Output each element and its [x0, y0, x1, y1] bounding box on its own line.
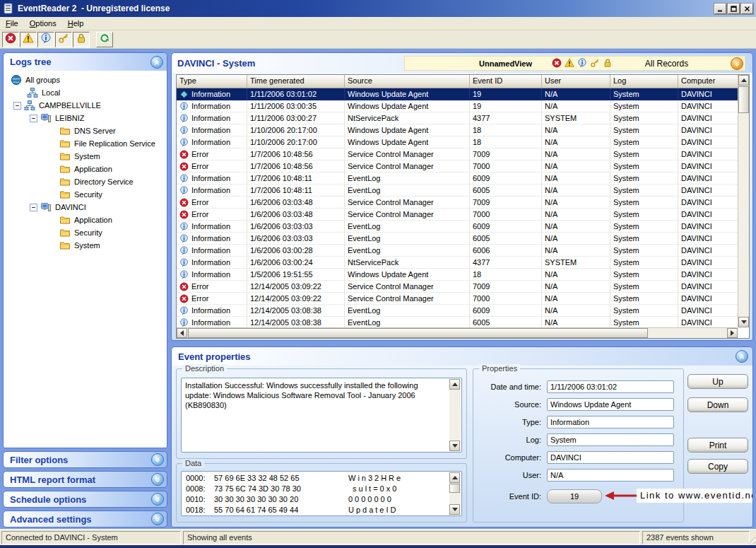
- tree-item-campbellville[interactable]: CAMPBELLVILLE: [4, 99, 167, 112]
- collapse-logs-tree-button[interactable]: [150, 56, 163, 69]
- expander-icon[interactable]: [30, 115, 37, 122]
- status-count: 2387 events shown: [642, 531, 750, 544]
- event-row[interactable]: Error12/14/2005 03:09:22Service Control …: [177, 281, 738, 293]
- toolbar-keys-button[interactable]: [55, 32, 72, 47]
- column-header-type[interactable]: Type: [177, 75, 247, 88]
- maximize-button[interactable]: [728, 4, 740, 14]
- print-button[interactable]: Print: [687, 438, 748, 453]
- property-field-type[interactable]: [547, 416, 674, 429]
- horizontal-scroll-thumb[interactable]: [188, 328, 648, 338]
- tree-item-leibniz[interactable]: LEIBNIZ: [4, 112, 167, 124]
- event-row[interactable]: Information1/6/2006 03:03:03EventLog6005…: [177, 233, 738, 245]
- event-row[interactable]: Information12/14/2005 03:08:38EventLog60…: [177, 317, 738, 327]
- tree-item-system[interactable]: System: [4, 239, 167, 252]
- expand-advanced-settings-button[interactable]: [151, 513, 164, 525]
- expander-icon[interactable]: [30, 204, 37, 211]
- tree-item-dns-server[interactable]: DNS Server: [4, 124, 167, 137]
- event-row[interactable]: Information1/6/2006 03:00:24NtServicePac…: [177, 257, 738, 269]
- tree-item-davinci[interactable]: DAVINCI: [4, 201, 167, 214]
- menu-file[interactable]: File: [0, 18, 24, 29]
- tree-item-all-groups[interactable]: All groups: [4, 74, 167, 86]
- property-row: Type:: [473, 416, 683, 429]
- scroll-left-button[interactable]: [177, 328, 187, 338]
- column-header-event-id[interactable]: Event ID: [470, 75, 542, 88]
- description-scroll-down[interactable]: [449, 441, 460, 451]
- vertical-scroll-thumb[interactable]: [738, 86, 749, 113]
- scroll-down-button[interactable]: [738, 317, 749, 327]
- toolbar-warning-button[interactable]: [20, 32, 37, 47]
- event-row[interactable]: Error12/14/2005 03:09:22Service Control …: [177, 293, 738, 305]
- collapse-event-properties-button[interactable]: [736, 350, 748, 363]
- event-row[interactable]: Information1/11/2006 03:00:27NtServicePa…: [177, 112, 738, 124]
- cell-time-generated: 1/10/2006 20:17:00: [247, 136, 345, 148]
- side-panel-advanced-settings[interactable]: Advanced settings: [3, 511, 167, 527]
- toolbar-error-button[interactable]: [2, 32, 19, 47]
- side-panel-filter-options[interactable]: Filter options: [3, 451, 167, 468]
- vertical-scrollbar[interactable]: [738, 75, 749, 327]
- expander-icon[interactable]: [13, 102, 21, 110]
- tree-item-application[interactable]: Application: [4, 214, 167, 226]
- scroll-right-button[interactable]: [727, 328, 738, 338]
- horizontal-scrollbar[interactable]: [177, 327, 738, 338]
- event-row[interactable]: Information1/10/2006 20:17:00Windows Upd…: [177, 136, 738, 148]
- event-row[interactable]: Information1/11/2006 03:00:35Windows Upd…: [177, 100, 738, 112]
- server-icon: [40, 112, 52, 124]
- event-row[interactable]: Information12/14/2005 03:08:38EventLog60…: [177, 305, 738, 317]
- description-scrollbar[interactable]: [449, 379, 461, 451]
- event-row[interactable]: Information1/10/2006 20:17:00Windows Upd…: [177, 124, 738, 136]
- menu-options[interactable]: Options: [24, 18, 62, 29]
- expand-schedule-options-button[interactable]: [151, 493, 164, 506]
- column-header-log[interactable]: Log: [610, 75, 678, 88]
- close-button[interactable]: [741, 4, 753, 14]
- copy-button[interactable]: Copy: [687, 459, 748, 474]
- minimize-button[interactable]: [714, 4, 726, 14]
- event-row[interactable]: Error1/6/2006 03:03:48Service Control Ma…: [177, 209, 738, 221]
- event-row[interactable]: Error1/7/2006 10:48:56Service Control Ma…: [177, 148, 738, 161]
- side-panel-html-report-format[interactable]: HTML report format: [3, 471, 167, 488]
- description-box[interactable]: Installation Successful: Windows success…: [181, 378, 462, 453]
- data-scroll-thumb[interactable]: [449, 484, 460, 493]
- data-scroll-up[interactable]: [449, 472, 460, 483]
- property-field-date-and-time[interactable]: [547, 380, 674, 393]
- tree-item-local[interactable]: Local: [4, 86, 167, 99]
- data-scrollbar[interactable]: [449, 472, 461, 515]
- event-row[interactable]: Error1/7/2006 10:48:56Service Control Ma…: [177, 161, 738, 173]
- property-field-log[interactable]: [547, 433, 674, 446]
- expand-filter-options-button[interactable]: [151, 453, 164, 466]
- side-panel-schedule-options[interactable]: Schedule options: [3, 491, 167, 508]
- event-row[interactable]: Information1/6/2006 03:00:28EventLog6006…: [177, 245, 738, 257]
- down-button[interactable]: Down: [687, 397, 748, 412]
- column-header-computer[interactable]: Computer: [678, 75, 739, 88]
- column-header-user[interactable]: User: [542, 75, 610, 88]
- data-scroll-down[interactable]: [449, 504, 460, 515]
- column-header-source[interactable]: Source: [345, 75, 470, 88]
- property-field-user[interactable]: [547, 469, 674, 482]
- up-button[interactable]: Up: [687, 374, 748, 389]
- tree-item-file-replication-service[interactable]: File Replication Service: [4, 137, 167, 150]
- expand-view-options-button[interactable]: [731, 57, 743, 70]
- scroll-up-button[interactable]: [738, 75, 749, 86]
- toolbar-lock-button[interactable]: [73, 32, 90, 47]
- menu-help[interactable]: Help: [62, 18, 90, 29]
- tree-item-security[interactable]: Security: [4, 188, 167, 201]
- tree-item-system[interactable]: System: [4, 150, 167, 163]
- event-id-link-button[interactable]: 19: [547, 489, 602, 503]
- event-row[interactable]: Information1/11/2006 03:01:02Windows Upd…: [177, 88, 738, 100]
- event-row[interactable]: Information1/7/2006 10:48:11EventLog6005…: [177, 185, 738, 197]
- tree-item-directory-service[interactable]: Directory Service: [4, 175, 167, 188]
- property-row: Date and time:: [473, 380, 683, 393]
- tree-item-security[interactable]: Security: [4, 226, 167, 239]
- tree-item-application[interactable]: Application: [4, 163, 167, 175]
- event-row[interactable]: Error1/6/2006 03:03:48Service Control Ma…: [177, 197, 738, 209]
- toolbar-refresh-button[interactable]: [96, 32, 113, 47]
- data-box[interactable]: 0000:57 69 6E 33 32 48 52 65Win32HRe0008…: [181, 471, 462, 516]
- column-header-time-generated[interactable]: Time generated: [247, 75, 345, 88]
- event-row[interactable]: Information1/5/2006 19:51:55Windows Upda…: [177, 269, 738, 281]
- event-row[interactable]: Information1/6/2006 03:03:03EventLog6009…: [177, 221, 738, 233]
- expand-html-report-format-button[interactable]: [151, 473, 164, 486]
- event-row[interactable]: Information1/7/2006 10:48:11EventLog6009…: [177, 173, 738, 185]
- description-scroll-up[interactable]: [449, 379, 460, 390]
- toolbar-info-button[interactable]: [37, 32, 54, 47]
- property-field-source[interactable]: [547, 398, 674, 411]
- property-field-computer[interactable]: [547, 451, 674, 464]
